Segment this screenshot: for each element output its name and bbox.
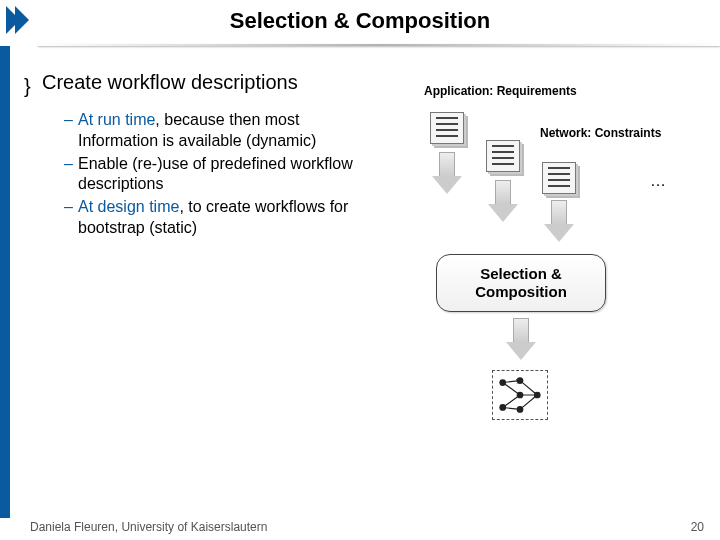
page-number: 20 — [691, 520, 704, 534]
label-application: Application: Requirements — [424, 84, 700, 98]
slide-title: Selection & Composition — [0, 8, 720, 34]
slide-header: Selection & Composition — [0, 0, 720, 46]
brace-bullet-icon: } — [24, 75, 31, 98]
document-icon — [486, 140, 520, 172]
diagram: Application: Requirements Network: Const… — [420, 84, 700, 98]
down-arrow-icon — [488, 180, 518, 224]
document-icon — [430, 112, 464, 144]
main-heading: Create workflow descriptions — [42, 70, 374, 94]
ellipsis-icon: … — [650, 172, 666, 190]
footer-author: Daniela Fleuren, University of Kaisersla… — [30, 520, 267, 534]
workflow-result-icon — [492, 370, 548, 420]
down-arrow-icon — [544, 200, 574, 244]
label-network: Network: Constraints — [540, 126, 661, 140]
down-arrow-icon — [506, 318, 536, 362]
selection-composition-box: Selection & Composition — [436, 254, 606, 312]
list-item: Enable (re-)use of predefined workflow d… — [64, 154, 374, 196]
down-arrow-icon — [432, 152, 462, 196]
document-icon — [542, 162, 576, 194]
divider — [38, 44, 720, 46]
sub-list: At run time, because then most Informati… — [64, 110, 374, 239]
list-item: At design time, to create workflows for … — [64, 197, 374, 239]
list-item: At run time, because then most Informati… — [64, 110, 374, 152]
side-accent-bar — [0, 46, 10, 518]
main-content: } Create workflow descriptions At run ti… — [34, 70, 374, 241]
